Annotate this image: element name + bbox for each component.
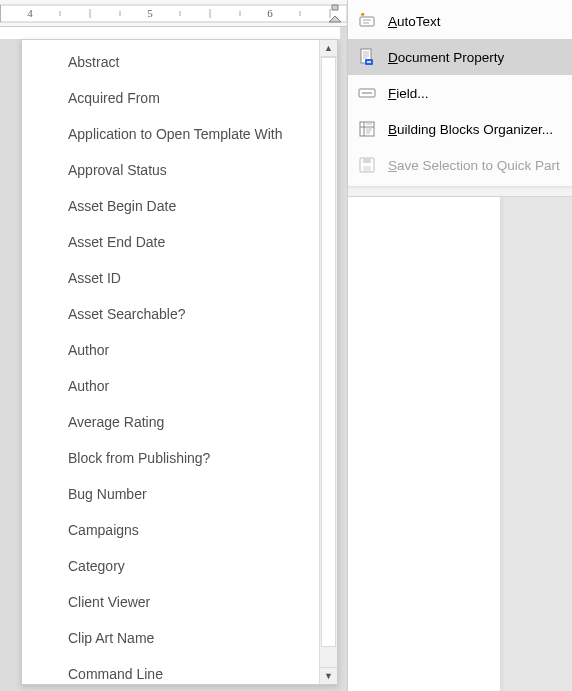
list-item[interactable]: Average Rating [22,404,319,440]
list-item[interactable]: Application to Open Template With [22,116,319,152]
panel-paper [348,197,500,691]
panel-body-area [348,196,572,691]
menu-item-building-blocks-organizer[interactable]: Building Blocks Organizer... [348,111,572,147]
svg-text:4: 4 [27,7,33,19]
scroll-down-button[interactable]: ▼ [320,667,337,684]
menu-label: Building Blocks Organizer... [388,122,564,137]
list-item[interactable]: Client Viewer [22,584,319,620]
svg-text:5: 5 [147,7,153,19]
list-item[interactable]: Asset Searchable? [22,296,319,332]
list-item[interactable]: Abstract [22,44,319,80]
list-item[interactable]: Acquired From [22,80,319,116]
svg-marker-13 [332,5,338,10]
ruler-graphics: 4 5 6 [0,0,347,26]
svg-text:6: 6 [267,7,273,19]
quick-parts-panel: AutoText Document Property Field... Buil… [347,0,572,691]
list-item[interactable]: Asset Begin Date [22,188,319,224]
document-icon [358,48,376,66]
list-item[interactable]: Asset End Date [22,224,319,260]
save-icon [358,156,376,174]
property-list: Abstract Acquired From Application to Op… [22,40,319,684]
scroll-up-button[interactable]: ▲ [320,40,337,57]
quick-parts-menu: AutoText Document Property Field... Buil… [348,0,572,187]
list-item[interactable]: Block from Publishing? [22,440,319,476]
document-property-dropdown: Abstract Acquired From Application to Op… [21,39,338,685]
list-item[interactable]: Bug Number [22,476,319,512]
list-item[interactable]: Author [22,332,319,368]
svg-rect-23 [363,166,371,171]
svg-rect-18 [367,61,371,63]
menu-item-autotext[interactable]: AutoText [348,3,572,39]
svg-rect-0 [0,5,347,22]
scroll-track[interactable] [320,57,337,667]
list-item[interactable]: Command Line [22,656,319,684]
horizontal-ruler: 4 5 6 [0,0,347,27]
dropdown-scrollbar[interactable]: ▲ ▼ [319,40,337,684]
scroll-thumb[interactable] [321,57,336,647]
menu-item-save-selection: Save Selection to Quick Part [348,147,572,183]
list-item[interactable]: Asset ID [22,260,319,296]
menu-label: Field... [388,86,564,101]
list-item[interactable]: Campaigns [22,512,319,548]
list-item[interactable]: Approval Status [22,152,319,188]
menu-label: AutoText [388,14,564,29]
svg-rect-15 [360,17,374,26]
menu-item-field[interactable]: Field... [348,75,572,111]
menu-label: Document Property [388,50,564,65]
svg-rect-22 [363,158,371,163]
autotext-icon [358,12,376,30]
list-item[interactable]: Category [22,548,319,584]
field-icon [358,84,376,102]
menu-item-document-property[interactable]: Document Property [348,39,572,75]
menu-label: Save Selection to Quick Part [388,158,564,173]
list-item[interactable]: Author [22,368,319,404]
document-page-sliver [0,27,340,39]
list-item[interactable]: Clip Art Name [22,620,319,656]
organizer-icon [358,120,376,138]
